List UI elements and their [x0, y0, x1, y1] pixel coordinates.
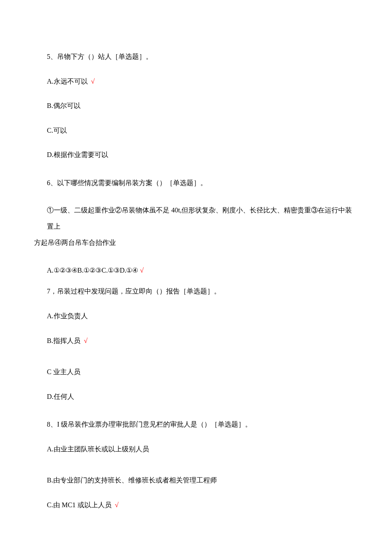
question-7: 7，吊装过程中发现问题，应立即向（）报告［单选题］。 A.作业负责人 B.指挥人… — [47, 286, 358, 402]
question-8-option-b: B.由专业部门的支持班长、维修班长或者相关管理工程师 — [47, 475, 358, 486]
check-icon: √ — [91, 78, 95, 85]
check-icon: √ — [115, 501, 119, 509]
question-7-option-b: B.指挥人员 √ — [47, 335, 358, 346]
question-6: 6、以下哪些情况需要编制吊装方案（）［单选题］。 ①一级、二级起重作业②吊装物体… — [47, 177, 358, 276]
question-5-option-c: C.可以 — [47, 125, 358, 136]
question-8: 8、I 级吊装作业票办理审批部门意见栏的审批人是（）［单选题］。 A.由业主团队… — [47, 419, 358, 510]
question-5-text: 5、吊物下方（）站人［单选题］。 — [47, 51, 358, 62]
option-text: B.指挥人员 — [47, 337, 81, 344]
options-combined: A.①②③④B.①②③C.①③D.①④ — [47, 267, 138, 274]
question-8-option-c: C.由 MC1 或以上人员 √ — [47, 500, 358, 511]
check-icon: √ — [84, 337, 88, 344]
sub-line-1: ①一级、二级起重作业②吊装物体虽不足 40t,但形状复杂、刚度小、长径比大、精密… — [47, 206, 352, 230]
option-text: A.永远不可以 — [47, 78, 88, 85]
question-6-subtext: ①一级、二级起重作业②吊装物体虽不足 40t,但形状复杂、刚度小、长径比大、精密… — [47, 202, 358, 251]
check-icon: √ — [140, 267, 144, 274]
question-8-option-a: A.由业主团队班长或以上级别人员 — [47, 444, 358, 455]
question-7-text: 7，吊装过程中发现问题，应立即向（）报告［单选题］。 — [47, 286, 358, 297]
option-text: C.由 MC1 或以上人员 — [47, 501, 112, 509]
question-7-option-c: C 业主人员 — [47, 366, 358, 378]
sub-line-2: 方起吊④两台吊车合抬作业 — [34, 235, 116, 251]
question-5-option-a: A.永远不可以 √ — [47, 76, 358, 87]
question-5: 5、吊物下方（）站人［单选题］。 A.永远不可以 √ B.偶尔可以 C.可以 D… — [47, 51, 358, 160]
question-7-option-d: D.任何人 — [47, 391, 358, 402]
question-5-option-d: D.根据作业需要可以 — [47, 149, 358, 160]
question-6-options: A.①②③④B.①②③C.①③D.①④√ — [47, 265, 358, 276]
question-5-option-b: B.偶尔可以 — [47, 100, 358, 111]
question-7-option-a: A.作业负责人 — [47, 311, 358, 322]
question-6-text: 6、以下哪些情况需要编制吊装方案（）［单选题］。 — [47, 177, 358, 189]
question-8-text: 8、I 级吊装作业票办理审批部门意见栏的审批人是（）［单选题］。 — [47, 419, 358, 430]
